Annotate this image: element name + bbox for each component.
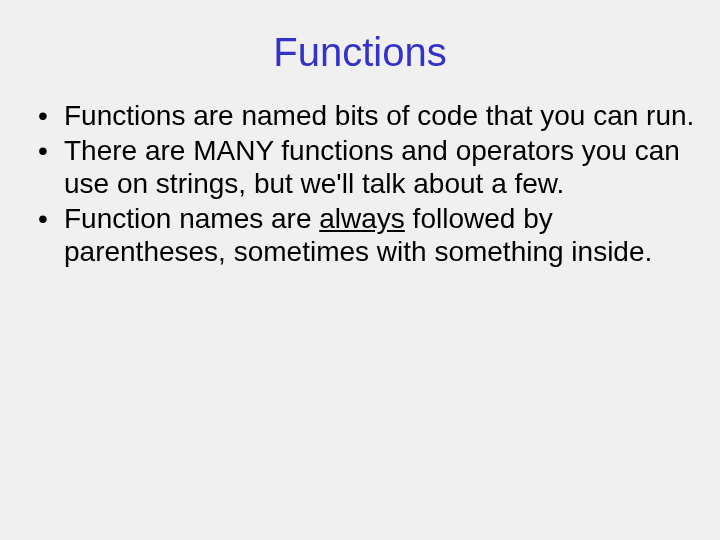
slide: Functions Functions are named bits of co…	[0, 0, 720, 540]
list-item: Functions are named bits of code that yo…	[34, 99, 700, 132]
list-item: There are MANY functions and operators y…	[34, 134, 700, 200]
bullet-text: There are MANY functions and operators y…	[64, 135, 680, 199]
list-item: Function names are always followed by pa…	[34, 202, 700, 268]
bullet-text: Function names are	[64, 203, 319, 234]
bullet-underline: always	[319, 203, 405, 234]
bullet-list: Functions are named bits of code that yo…	[20, 99, 700, 268]
bullet-text: Functions are named bits of code that yo…	[64, 100, 694, 131]
slide-title: Functions	[20, 30, 700, 75]
